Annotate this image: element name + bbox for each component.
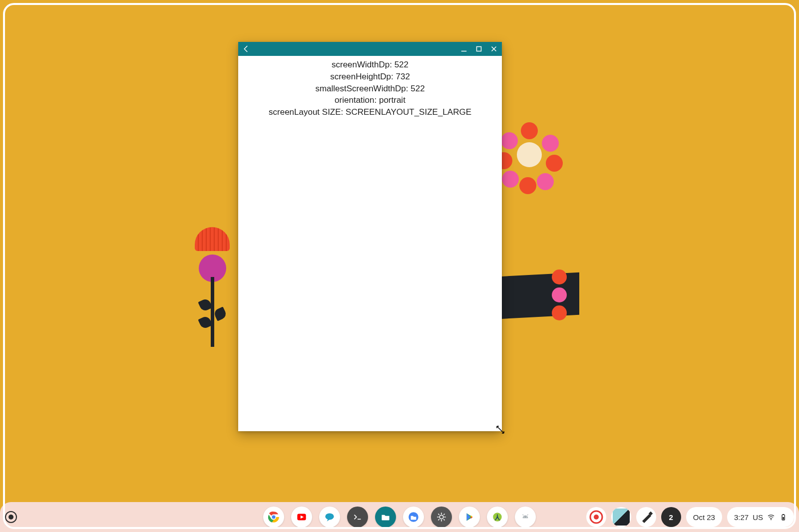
terminal-icon: [351, 511, 364, 524]
pen-icon: [636, 507, 656, 527]
android-studio-icon: [491, 511, 504, 524]
shelf-app-files-teal[interactable]: [375, 507, 396, 528]
gear-icon: [435, 511, 448, 524]
shelf-app-youtube[interactable]: [291, 507, 312, 528]
locale-label: US: [753, 513, 763, 522]
shelf-app-settings[interactable]: [431, 507, 452, 528]
tray-stylus-button[interactable]: [636, 507, 656, 527]
notification-count: 2: [669, 513, 673, 522]
svg-point-6: [325, 513, 334, 520]
minimize-button[interactable]: [459, 44, 469, 54]
svg-point-16: [771, 519, 772, 520]
wifi-icon: [767, 513, 775, 521]
shelf-status-area: 2 Oct 23 3:27 US: [586, 507, 794, 527]
shelf-app-chat[interactable]: [319, 507, 340, 528]
date-label: Oct 23: [693, 513, 715, 522]
thumbnail-icon: [613, 509, 630, 526]
chrome-icon: [267, 511, 280, 524]
minimize-icon: [459, 44, 468, 53]
config-line: smallestScreenWidthDp: 522: [238, 83, 502, 95]
svg-point-10: [496, 516, 498, 518]
shelf-app-android-studio[interactable]: [487, 507, 508, 528]
tray-record-button[interactable]: [586, 507, 606, 527]
android-icon: [519, 511, 532, 524]
svg-rect-0: [477, 47, 481, 51]
svg-point-8: [439, 515, 443, 519]
shelf-pinned-apps: [263, 507, 536, 528]
tray-date-pill[interactable]: Oct 23: [686, 507, 722, 527]
shelf-app-android[interactable]: [515, 507, 536, 528]
files-icon: [407, 511, 420, 524]
window-titlebar[interactable]: [238, 42, 502, 56]
play-store-icon: [463, 511, 476, 524]
svg-point-14: [594, 515, 599, 520]
svg-point-11: [523, 517, 524, 518]
maximize-icon: [474, 44, 483, 53]
close-icon: [489, 44, 498, 53]
back-button[interactable]: [241, 44, 251, 54]
time-label: 3:27: [734, 513, 749, 522]
tray-window-preview[interactable]: [611, 507, 631, 527]
record-icon: [586, 507, 606, 527]
resize-handle-cursor[interactable]: [496, 425, 505, 434]
launcher-button[interactable]: [5, 511, 17, 523]
maximize-button[interactable]: [474, 44, 484, 54]
shelf-app-files[interactable]: [403, 507, 424, 528]
close-button[interactable]: [489, 44, 499, 54]
app-window: screenWidthDp: 522 screenHeightDp: 732 s…: [238, 42, 502, 431]
shelf: 2 Oct 23 3:27 US: [0, 502, 799, 532]
svg-point-12: [526, 517, 527, 518]
svg-rect-19: [783, 517, 784, 520]
resize-diagonal-icon: [496, 425, 505, 434]
shelf-app-terminal[interactable]: [347, 507, 368, 528]
config-line: screenHeightDp: 732: [238, 71, 502, 83]
app-content: screenWidthDp: 522 screenHeightDp: 732 s…: [238, 56, 502, 118]
folder-icon: [379, 511, 392, 524]
shelf-app-play-store[interactable]: [459, 507, 480, 528]
chat-icon: [323, 511, 336, 524]
youtube-icon: [295, 511, 308, 524]
shelf-app-chrome[interactable]: [263, 507, 284, 528]
tray-status-pill[interactable]: 3:27 US: [727, 507, 794, 527]
tray-notifications-button[interactable]: 2: [661, 507, 681, 527]
svg-rect-18: [783, 514, 784, 515]
config-line: screenWidthDp: 522: [238, 59, 502, 71]
arrow-left-icon: [242, 44, 251, 53]
config-line: screenLayout SIZE: SCREENLAYOUT_SIZE_LAR…: [238, 106, 502, 118]
config-line: orientation: portrait: [238, 94, 502, 106]
battery-icon: [779, 513, 787, 521]
